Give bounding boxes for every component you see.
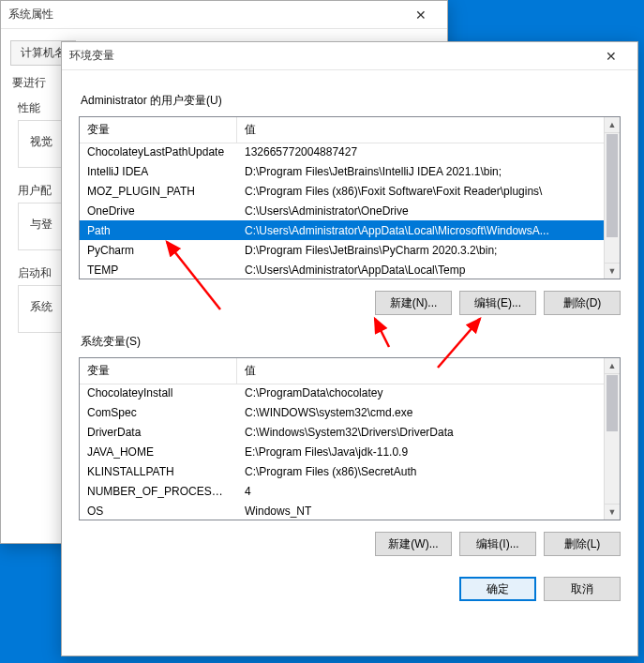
cell-variable: KLINSTALLPATH bbox=[80, 465, 237, 478]
cell-value: C:\WINDOWS\system32\cmd.exe bbox=[237, 406, 604, 419]
list-header: 变量 值 bbox=[80, 358, 620, 384]
cell-variable: NUMBER_OF_PROCESSORS bbox=[80, 485, 237, 498]
table-row[interactable]: TEMPC:\Users\Administrator\AppData\Local… bbox=[80, 260, 604, 279]
cell-value: 4 bbox=[237, 485, 604, 498]
cell-value: D:\Program Files\JetBrains\IntelliJ IDEA… bbox=[237, 165, 604, 178]
col-header-value[interactable]: 值 bbox=[237, 358, 620, 384]
scroll-down-icon[interactable]: ▼ bbox=[605, 263, 620, 279]
cell-variable: OneDrive bbox=[80, 204, 237, 218]
sys-title: 系统属性 bbox=[8, 7, 402, 23]
scrollbar[interactable]: ▲ ▼ bbox=[604, 117, 620, 279]
cell-variable: ComSpec bbox=[80, 406, 237, 419]
new-sys-var-button[interactable]: 新建(W)... bbox=[375, 532, 452, 556]
cell-value: C:\ProgramData\chocolatey bbox=[237, 386, 604, 399]
table-row[interactable]: ChocolateyLastPathUpdate1326657720048874… bbox=[80, 142, 604, 161]
cell-variable: TEMP bbox=[80, 264, 237, 277]
system-vars-label: 系统变量(S) bbox=[81, 334, 621, 350]
cell-value: C:\Users\Administrator\AppData\Local\Mic… bbox=[237, 224, 604, 237]
col-header-value[interactable]: 值 bbox=[237, 117, 620, 143]
table-row[interactable]: OneDriveC:\Users\Administrator\OneDrive bbox=[80, 201, 604, 220]
col-header-variable[interactable]: 变量 bbox=[80, 117, 237, 143]
table-row[interactable]: NUMBER_OF_PROCESSORS4 bbox=[80, 481, 604, 501]
table-row[interactable]: KLINSTALLPATHC:\Program Files (x86)\Secr… bbox=[80, 461, 604, 481]
table-row[interactable]: PyCharmD:\Program Files\JetBrains\PyChar… bbox=[80, 240, 604, 260]
cell-value: E:\Program Files\Java\jdk-11.0.9 bbox=[237, 445, 604, 459]
table-row[interactable]: DriverDataC:\Windows\System32\Drivers\Dr… bbox=[80, 422, 604, 442]
table-row[interactable]: ComSpecC:\WINDOWS\system32\cmd.exe bbox=[80, 402, 604, 422]
sys-titlebar[interactable]: 系统属性 ✕ bbox=[1, 1, 447, 29]
cell-variable: PyCharm bbox=[80, 244, 237, 257]
table-row[interactable]: PathC:\Users\Administrator\AppData\Local… bbox=[80, 220, 604, 240]
env-titlebar[interactable]: 环境变量 ✕ bbox=[62, 42, 637, 70]
user-vars-label: Administrator 的用户变量(U) bbox=[81, 93, 621, 109]
close-icon[interactable]: ✕ bbox=[592, 43, 630, 69]
cell-value: Windows_NT bbox=[237, 505, 604, 518]
env-title: 环境变量 bbox=[69, 48, 592, 64]
cell-value: C:\Windows\System32\Drivers\DriverData bbox=[237, 426, 604, 439]
cell-variable: JAVA_HOME bbox=[80, 445, 237, 459]
list-header: 变量 值 bbox=[80, 117, 620, 143]
table-row[interactable]: ChocolateyInstallC:\ProgramData\chocolat… bbox=[80, 383, 604, 402]
cell-variable: DriverData bbox=[80, 426, 237, 439]
new-user-var-button[interactable]: 新建(N)... bbox=[375, 291, 452, 315]
cell-value: C:\Program Files (x86)\SecretAuth bbox=[237, 465, 604, 478]
scrollbar[interactable]: ▲ ▼ bbox=[604, 358, 620, 520]
ok-button[interactable]: 确定 bbox=[459, 577, 536, 601]
scroll-up-icon[interactable]: ▲ bbox=[605, 358, 620, 374]
system-vars-list[interactable]: 变量 值 ChocolateyInstallC:\ProgramData\cho… bbox=[79, 357, 621, 520]
cell-variable: ChocolateyLastPathUpdate bbox=[80, 145, 237, 158]
cancel-button[interactable]: 取消 bbox=[544, 577, 621, 601]
cell-variable: Path bbox=[80, 224, 237, 237]
cell-value: C:\Program Files (x86)\Foxit Software\Fo… bbox=[237, 185, 604, 198]
table-row[interactable]: OSWindows_NT bbox=[80, 501, 604, 520]
cell-value: C:\Users\Administrator\OneDrive bbox=[237, 204, 604, 218]
cell-variable: ChocolateyInstall bbox=[80, 386, 237, 399]
scroll-thumb[interactable] bbox=[607, 375, 618, 431]
cell-value: 132665772004887427 bbox=[237, 145, 604, 158]
col-header-variable[interactable]: 变量 bbox=[80, 358, 237, 384]
scroll-thumb[interactable] bbox=[607, 134, 618, 237]
edit-sys-var-button[interactable]: 编辑(I)... bbox=[459, 532, 536, 556]
table-row[interactable]: JAVA_HOMEE:\Program Files\Java\jdk-11.0.… bbox=[80, 442, 604, 461]
cell-value: D:\Program Files\JetBrains\PyCharm 2020.… bbox=[237, 244, 604, 257]
user-vars-list[interactable]: 变量 值 ChocolateyLastPathUpdate13266577200… bbox=[79, 116, 621, 279]
cell-variable: MOZ_PLUGIN_PATH bbox=[80, 185, 237, 198]
cell-variable: IntelliJ IDEA bbox=[80, 165, 237, 178]
delete-user-var-button[interactable]: 删除(D) bbox=[544, 291, 621, 315]
environment-variables-dialog: 环境变量 ✕ Administrator 的用户变量(U) 变量 值 Choco… bbox=[61, 41, 638, 656]
cell-value: C:\Users\Administrator\AppData\Local\Tem… bbox=[237, 264, 604, 277]
scroll-up-icon[interactable]: ▲ bbox=[605, 117, 620, 133]
cell-variable: OS bbox=[80, 505, 237, 518]
scroll-down-icon[interactable]: ▼ bbox=[605, 504, 620, 520]
table-row[interactable]: MOZ_PLUGIN_PATHC:\Program Files (x86)\Fo… bbox=[80, 181, 604, 201]
close-icon[interactable]: ✕ bbox=[402, 2, 440, 28]
table-row[interactable]: IntelliJ IDEAD:\Program Files\JetBrains\… bbox=[80, 161, 604, 181]
delete-sys-var-button[interactable]: 删除(L) bbox=[544, 532, 621, 556]
edit-user-var-button[interactable]: 编辑(E)... bbox=[459, 291, 536, 315]
